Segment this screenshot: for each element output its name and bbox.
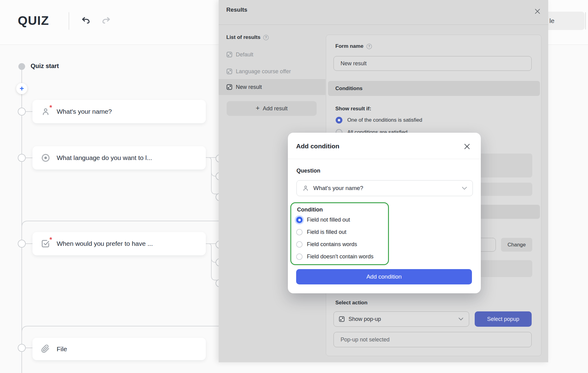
condition-option-filled[interactable]: Field is filled out xyxy=(296,229,346,235)
change-button-label: Change xyxy=(507,242,526,248)
chevron-down-icon xyxy=(462,187,467,190)
drawer-title: Results xyxy=(226,6,247,13)
question-select[interactable]: What's your name? xyxy=(296,180,473,196)
page-header-right: le xyxy=(548,0,588,45)
redo-button[interactable] xyxy=(100,15,112,27)
result-icon xyxy=(226,68,232,74)
show-result-if-label: Show result if: xyxy=(335,106,371,112)
condition-option-not-contains[interactable]: Field doesn't contain words xyxy=(296,253,374,260)
flow-connectors xyxy=(0,0,227,373)
submit-button-label: Add condition xyxy=(366,273,401,280)
header-divider xyxy=(69,12,69,30)
undo-button[interactable] xyxy=(80,15,92,27)
undo-icon xyxy=(81,16,91,26)
condition-option-contains[interactable]: Field contains words xyxy=(296,241,357,248)
person-icon xyxy=(302,185,309,192)
select-popup-button[interactable]: Select popup xyxy=(475,311,532,327)
select-action-label: Select action xyxy=(335,300,368,306)
list-heading-label: List of results xyxy=(226,34,260,40)
required-asterisk: * xyxy=(49,236,52,243)
paperclip-icon xyxy=(41,344,50,354)
help-icon: ? xyxy=(366,44,372,49)
quiz-start-label: Quiz start xyxy=(31,63,59,70)
question-card-language[interactable]: What language do you want to l... xyxy=(32,146,206,169)
result-item-new-result[interactable]: New result xyxy=(219,79,326,95)
radio-label: One of the conditions is satisfied xyxy=(347,117,422,123)
modal-divider xyxy=(288,159,481,159)
toolbar-divider xyxy=(585,12,586,29)
quiz-builder-screen: QUIZ le Quiz start + * What's your name? xyxy=(0,0,588,373)
result-item-label: New result xyxy=(236,84,262,90)
form-name-text: Form name xyxy=(335,43,364,49)
radio-label: Field doesn't contain words xyxy=(307,253,374,260)
svg-text:?: ? xyxy=(368,45,370,48)
popup-action-icon xyxy=(339,316,345,322)
result-icon xyxy=(226,51,232,58)
result-item-language-course-offer[interactable]: Language course offer xyxy=(219,63,326,79)
close-icon xyxy=(534,8,541,15)
radio-label: Field contains words xyxy=(307,241,357,248)
modal-title: Add condition xyxy=(296,143,339,150)
radio-unselected-icon xyxy=(296,241,303,248)
svg-text:?: ? xyxy=(265,36,267,39)
add-result-button[interactable]: + Add result xyxy=(227,101,317,116)
radio-unselected-icon xyxy=(296,253,303,260)
result-item-label: Language course offer xyxy=(236,68,291,75)
redo-icon xyxy=(101,16,111,26)
change-button[interactable]: Change xyxy=(501,238,532,252)
condition-mode-option-any[interactable]: One of the conditions is satisfied xyxy=(336,117,422,124)
action-dropdown-value: Show pop-up xyxy=(349,316,381,322)
partial-toolbar-button[interactable]: le xyxy=(545,12,585,30)
single-choice-icon xyxy=(41,153,50,162)
form-name-label: Form name ? xyxy=(335,43,372,49)
radio-selected-icon xyxy=(336,117,342,124)
radio-label: Field not filled out xyxy=(307,217,350,223)
result-item-label: Default xyxy=(236,51,253,58)
result-item-default[interactable]: Default xyxy=(219,47,326,63)
popup-selected-field[interactable]: Pop-up not selected xyxy=(334,332,532,347)
add-step-button[interactable]: + xyxy=(16,83,27,94)
question-card-label: What's your name? xyxy=(57,108,112,115)
add-condition-modal: Add condition Question What's your name?… xyxy=(288,133,481,293)
question-card-label: File xyxy=(57,345,67,353)
page-title: QUIZ xyxy=(18,13,49,28)
condition-highlight-box: Condition Field not filled out Field is … xyxy=(290,202,389,265)
help-icon: ? xyxy=(263,35,269,40)
drawer-close-button[interactable] xyxy=(533,7,542,16)
form-name-input[interactable]: New result xyxy=(334,56,532,71)
question-card-file[interactable]: File xyxy=(32,338,206,360)
person-icon: * xyxy=(41,107,50,116)
question-card-label: When would you prefer to have ... xyxy=(57,240,153,247)
quiz-start-node[interactable] xyxy=(18,63,25,70)
question-card-schedule[interactable]: * When would you prefer to have ... xyxy=(32,232,206,255)
question-label: Question xyxy=(296,168,320,174)
condition-option-not-filled[interactable]: Field not filled out xyxy=(296,217,350,223)
add-condition-submit-button[interactable]: Add condition xyxy=(296,269,472,284)
radio-label: Field is filled out xyxy=(307,229,346,235)
conditions-section-header: Conditions xyxy=(328,81,540,96)
add-result-label: Add result xyxy=(263,105,288,112)
select-action-text: Select action xyxy=(335,300,368,306)
select-popup-label: Select popup xyxy=(487,316,519,322)
close-icon xyxy=(463,143,471,150)
question-select-value: What's your name? xyxy=(313,185,363,192)
plus-icon: + xyxy=(256,105,260,112)
required-asterisk: * xyxy=(49,104,52,111)
action-dropdown[interactable]: Show pop-up xyxy=(334,311,469,327)
list-of-results-heading: List of results ? xyxy=(226,34,269,40)
conditions-header-label: Conditions xyxy=(335,86,363,92)
drawer-header: Results xyxy=(219,0,548,25)
result-icon xyxy=(226,84,232,90)
condition-label: Condition xyxy=(297,207,323,213)
modal-close-button[interactable] xyxy=(462,142,472,151)
question-card-label: What language do you want to l... xyxy=(57,154,152,162)
top-header: QUIZ xyxy=(0,0,219,45)
question-card-name[interactable]: * What's your name? xyxy=(32,100,206,123)
radio-unselected-icon xyxy=(296,229,303,235)
chevron-down-icon xyxy=(458,318,463,321)
multiple-choice-icon: * xyxy=(41,239,50,248)
radio-selected-icon xyxy=(296,217,303,223)
partial-button-label: le xyxy=(549,17,554,25)
form-name-value: New result xyxy=(341,60,367,67)
show-result-if-text: Show result if: xyxy=(335,106,371,112)
